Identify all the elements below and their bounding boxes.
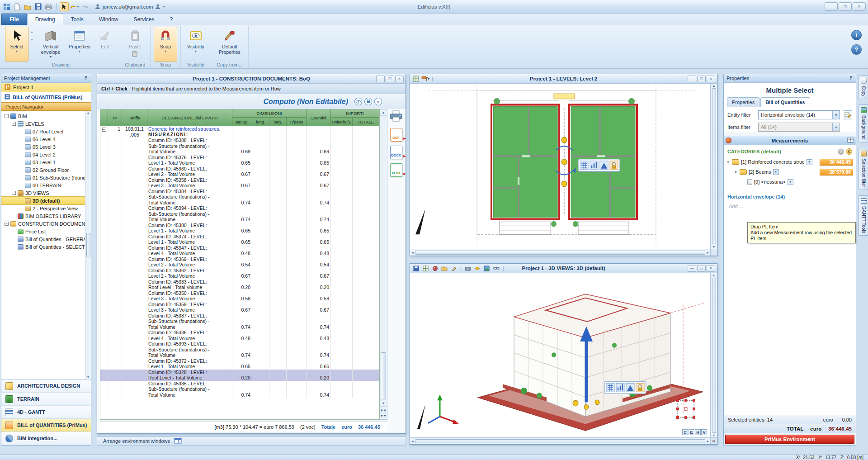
category-row[interactable]: ▼ [0] <nessuna> ▼ xyxy=(726,177,853,187)
view-mode-button[interactable]: V xyxy=(701,429,707,435)
tree-expand-icon[interactable]: − xyxy=(5,222,9,226)
boq-measurement-row[interactable]: Column ID: 45328 - LEVEL: Roof Level - T… xyxy=(100,370,379,381)
category-expand-icon[interactable]: ▼ xyxy=(734,171,738,174)
tree-item[interactable]: − 05 Level 3 xyxy=(1,143,85,151)
tree-expand-icon[interactable]: − xyxy=(12,122,16,126)
materials-icon[interactable] xyxy=(431,265,439,272)
select-button[interactable]: Select ▼ xyxy=(5,27,28,62)
scroll-down-icon[interactable]: ▼ xyxy=(380,400,387,407)
view-mode-button[interactable]: C xyxy=(682,429,688,435)
tree-item[interactable]: − 00 TERRAIN xyxy=(1,181,85,189)
properties-button[interactable]: Properties ▼ xyxy=(68,27,91,62)
visibility-button[interactable]: Visibility ▼ xyxy=(184,27,208,62)
tree-expand-icon[interactable]: − xyxy=(5,114,9,118)
environment-nav-item[interactable]: TERRAIN xyxy=(1,393,91,406)
clipboard-small-icon[interactable] xyxy=(132,51,138,58)
close-button[interactable]: × xyxy=(853,2,866,11)
environment-nav-item[interactable]: 4D - GANTT xyxy=(1,406,91,419)
environment-nav-item[interactable]: ARCHITECTURAL DESIGN xyxy=(1,379,91,393)
plan-horizontal-scrollbar[interactable]: ◄► xyxy=(410,249,710,256)
undo-icon[interactable]: ▾ xyxy=(70,2,79,11)
boq-measurement-row[interactable]: Column ID: 45359 - LEVEL: Level 3 - Tota… xyxy=(100,302,379,313)
currency-icon[interactable]: € xyxy=(846,148,852,155)
boq-measurement-row[interactable]: Column ID: 45374 - LEVEL: Level 1 - Tota… xyxy=(100,234,379,245)
boq-measurement-row[interactable]: Column ID: 45347 - LEVEL: Level 4 - Tota… xyxy=(100,245,379,256)
print-button[interactable] xyxy=(389,110,403,123)
environment-nav-item[interactable]: BIM integration... xyxy=(1,432,91,445)
maximize-button[interactable]: □ xyxy=(839,2,852,11)
print-preview-icon[interactable] xyxy=(364,98,372,105)
next-item-icon[interactable]: ▼▼ xyxy=(380,413,387,419)
view3d-window-titlebar[interactable]: | | Project 1 - 3D VIEWS: 3D (default) —… xyxy=(410,264,717,273)
boq-measurement-row[interactable]: Column ID: 45336 - LEVEL: Level 4 - Tota… xyxy=(100,330,379,341)
close-doc-icon[interactable]: × xyxy=(374,98,382,105)
category-row[interactable]: ▼ [2] Beams ▼ 28´579.86 xyxy=(726,167,853,177)
plan-canvas[interactable]: ▲▼ ◄► xyxy=(410,84,717,256)
tree-item[interactable]: − 04 Level 2 xyxy=(1,151,85,158)
render-icon[interactable] xyxy=(483,265,491,272)
open-icon[interactable] xyxy=(23,2,32,11)
materials-icon[interactable]: ▾ xyxy=(421,75,429,82)
tree-item[interactable]: − LEVELS xyxy=(1,120,85,128)
info-button[interactable]: i xyxy=(851,30,862,40)
tree-item[interactable]: − 02 Ground Floor xyxy=(1,166,85,174)
boq-window-titlebar[interactable]: Project 1 - CONSTRUCTION DOCUMENTS: BoQ … xyxy=(97,74,406,84)
new-document-icon[interactable] xyxy=(13,2,22,11)
side-tab[interactable]: Selection filter xyxy=(859,148,868,190)
properties-tab[interactable]: Bill of Quantities xyxy=(760,97,810,107)
collapse-icon[interactable]: − xyxy=(102,128,106,132)
print-icon[interactable] xyxy=(44,2,53,11)
scroll-down-icon[interactable]: ▼ xyxy=(87,375,90,379)
chevron-down-icon[interactable]: ▼ xyxy=(832,111,840,119)
select-tool-icon[interactable] xyxy=(60,2,69,11)
boq-measurement-row[interactable]: Column ID: 45360 - LEVEL: Level 2 - Tota… xyxy=(100,166,379,177)
vertical-envelope-button[interactable]: Vertical envelope ▼ xyxy=(35,27,66,62)
menu-tab[interactable]: Tools xyxy=(63,14,91,25)
pin-icon[interactable] xyxy=(84,76,88,81)
boq-measurement-row[interactable]: Column ID: 45393 - LEVEL: Sub-Structure … xyxy=(100,341,379,358)
window-restore-button[interactable]: □ xyxy=(697,76,706,82)
view-mode-button[interactable]: E xyxy=(689,429,694,435)
layout-icon[interactable] xyxy=(412,75,420,82)
menu-tab[interactable]: Drawing xyxy=(27,14,63,25)
side-tab[interactable]: Background xyxy=(859,104,868,142)
edit-view-icon[interactable] xyxy=(450,265,458,272)
pin-icon[interactable] xyxy=(849,76,853,81)
boq-measurement-row[interactable]: Column ID: 45384 - LEVEL: Sub-Structure … xyxy=(100,189,379,206)
category-expand-icon[interactable]: ▼ xyxy=(726,161,730,164)
record-icon[interactable] xyxy=(726,138,731,143)
boq-scrollbar[interactable]: ▲ ▼ ▲▲ ▼▼ xyxy=(380,109,387,420)
plan-vertical-scrollbar[interactable]: ▲▼ xyxy=(710,84,717,249)
tree-item[interactable]: − BIM xyxy=(1,112,85,120)
menu-tab[interactable]: Window xyxy=(91,14,126,25)
menu-tab[interactable]: Services xyxy=(126,14,162,25)
scroll-thumb[interactable] xyxy=(86,233,90,257)
account-email[interactable]: jonlew.uk@gmail.com ▾ xyxy=(95,4,165,10)
tree-scrollbar[interactable]: ▲ ▼ xyxy=(85,111,91,379)
chevron-down-icon[interactable]: ▼ xyxy=(773,169,779,175)
boq-measurement-row[interactable]: Column ID: 45376 - LEVEL: Level 1 - Tota… xyxy=(100,155,379,166)
boq-measurement-row[interactable]: Column ID: 45350 - LEVEL: Level 3 - Tota… xyxy=(100,290,379,302)
building-3d-drawing[interactable] xyxy=(410,273,710,437)
tree-item[interactable]: − 3D VIEWS xyxy=(1,189,85,197)
window-minimize-button[interactable]: — xyxy=(688,265,696,272)
tree-item[interactable]: − 2 - Perspective View xyxy=(1,204,85,212)
arrange-windows-bar[interactable]: Arrange environment windows xyxy=(97,436,406,446)
tree-expand-icon[interactable]: − xyxy=(12,191,16,195)
save-view-icon[interactable] xyxy=(412,265,420,272)
chevron-down-icon[interactable]: ▼ xyxy=(788,179,793,185)
boq-measurement-row[interactable]: Column ID: 45362 - LEVEL: Level 2 - Tota… xyxy=(100,268,379,279)
export-button[interactable]: DCF xyxy=(390,128,402,142)
boq-measurement-row[interactable]: Column ID: 45388 - LEVEL: Sub-Structure … xyxy=(100,138,379,155)
tree-item[interactable]: − 06 Level 4 xyxy=(1,135,85,143)
grid-icon[interactable] xyxy=(421,265,429,272)
nudge-arrows[interactable]: ▲▼ xyxy=(30,27,33,62)
window-close-button[interactable]: × xyxy=(707,265,715,272)
redo-icon[interactable] xyxy=(80,2,90,11)
boq-measurement-row[interactable]: Column ID: 45394 - LEVEL: Sub-Structure … xyxy=(100,205,379,223)
primus-environment-bar[interactable]: PriMus Environment xyxy=(725,435,854,444)
minimize-button[interactable]: — xyxy=(825,2,838,11)
window-close-button[interactable]: × xyxy=(395,76,404,82)
boq-measurement-row[interactable]: Column ID: 45387 - LEVEL: Sub-Structure … xyxy=(100,313,379,330)
prev-item-icon[interactable]: ▲▲ xyxy=(380,407,387,413)
